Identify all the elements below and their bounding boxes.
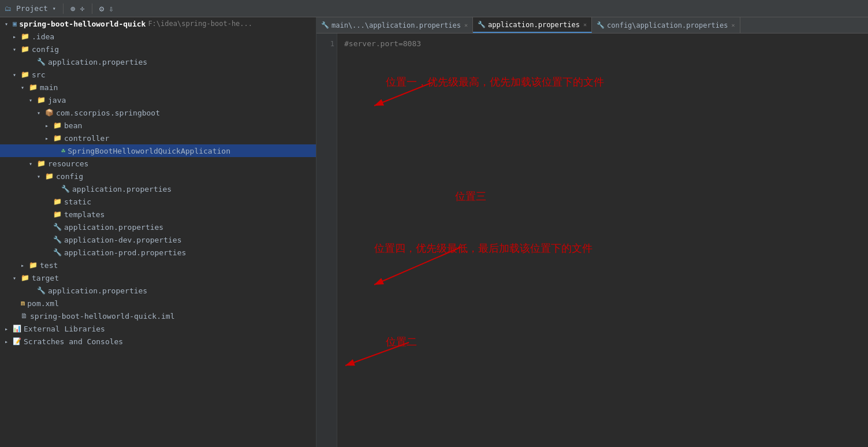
src-expand-icon[interactable] (13, 72, 21, 78)
properties-icon: 🔧 (37, 58, 46, 66)
java-folder-icon: 📁 (37, 96, 46, 104)
root-expand-icon[interactable] (5, 21, 13, 27)
controller-folder-icon: 📁 (53, 134, 62, 142)
spring-class-icon: ☘ (61, 147, 65, 155)
tree-item-external-libs[interactable]: 📊 External Libraries (0, 322, 316, 335)
collapse-icon[interactable]: ⇩ (109, 4, 113, 13)
tree-item-config-app-props[interactable]: 🔧 application.properties (0, 55, 316, 68)
main-content: ▣ spring-boot-helloworld-quick F:\idea\s… (0, 17, 868, 447)
package-expand-icon[interactable] (37, 110, 45, 116)
resources-expand-icon[interactable] (29, 161, 37, 167)
tree-item-package[interactable]: 📦 com.scorpios.springboot (0, 106, 316, 119)
test-folder-icon: 📁 (29, 261, 38, 269)
resources-config-app-props-label: application.properties (72, 185, 172, 193)
resources-config-label: config (56, 172, 83, 181)
idea-label: .idea (32, 32, 54, 41)
gear-icon[interactable]: ⚙ (99, 4, 104, 13)
add-icon[interactable]: ⊕ (70, 4, 75, 13)
scratches-icon: 📝 (13, 337, 21, 345)
tree-item-pom[interactable]: m pom.xml (0, 297, 316, 310)
main-expand-icon[interactable] (21, 84, 29, 91)
tree-item-main[interactable]: 📁 main (0, 81, 316, 94)
target-label: target (32, 274, 59, 282)
project-title[interactable]: Project (16, 4, 48, 13)
folder-icon: 📁 (21, 32, 29, 40)
res-app-props-label: application.properties (64, 223, 163, 232)
editor-content: 1 #server.port=8083 (316, 33, 868, 447)
tree-item-java[interactable]: 📁 java (0, 94, 316, 106)
tree-item-templates[interactable]: 📁 templates (0, 208, 316, 221)
app-prod-icon: 🔧 (53, 248, 62, 256)
bean-folder-icon: 📁 (53, 121, 62, 129)
tree-item-controller[interactable]: 📁 controller (0, 132, 316, 144)
resources-config-expand-icon[interactable] (37, 173, 45, 180)
root-path: F:\idea\spring-boot-he... (148, 20, 252, 28)
line-numbers: 1 (316, 33, 337, 447)
tab3-close[interactable]: ✕ (732, 22, 735, 28)
target-app-props-icon: 🔧 (37, 286, 46, 295)
tree-item-resources[interactable]: 📁 resources (0, 157, 316, 170)
line-number-1: 1 (316, 38, 334, 50)
right-panel: 🔧 main\...\application.properties ✕ 🔧 ap… (316, 17, 868, 447)
tree-item-res-app-props[interactable]: 🔧 application.properties (0, 221, 316, 233)
controller-label: controller (64, 134, 109, 143)
ext-libs-expand-icon[interactable] (5, 326, 13, 332)
tree-item-iml[interactable]: 🗎 spring-boot-helloworld-quick.iml (0, 310, 316, 322)
tree-item-resources-config-app-props[interactable]: 🔧 application.properties (0, 182, 316, 195)
templates-label: templates (64, 210, 105, 219)
test-expand-icon[interactable] (21, 262, 29, 269)
toolbar-divider (63, 3, 64, 14)
tab3-label: config\application.properties (607, 21, 728, 29)
tab-app-props[interactable]: 🔧 application.properties ✕ (473, 17, 592, 33)
config-app-props-label: application.properties (48, 58, 147, 66)
code-area[interactable]: #server.port=8083 (337, 33, 868, 447)
tab-main-app-props[interactable]: 🔧 main\...\application.properties ✕ (316, 17, 473, 33)
tree-item-idea[interactable]: 📁 .idea (0, 30, 316, 43)
tree-item-resources-config[interactable]: 📁 config (0, 170, 316, 182)
tab2-close[interactable]: ✕ (583, 21, 587, 28)
target-expand-icon[interactable] (13, 275, 21, 281)
tree-item-src[interactable]: 📁 src (0, 68, 316, 81)
tree-item-root-config[interactable]: 📁 config (0, 43, 316, 55)
test-label: test (40, 261, 58, 270)
templates-folder-icon: 📁 (53, 210, 62, 218)
tree-item-app-prod-props[interactable]: 🔧 application-prod.properties (0, 246, 316, 259)
resources-config-folder-icon: 📁 (45, 172, 54, 180)
toolbar-divider2 (92, 3, 92, 14)
tab2-label: application.properties (488, 21, 580, 29)
tree-item-app-dev-props[interactable]: 🔧 application-dev.properties (0, 233, 316, 246)
dropdown-arrow-icon[interactable]: ▾ (53, 5, 56, 12)
root-config-label: config (32, 45, 59, 54)
folder-icon2: 📁 (21, 45, 29, 53)
tree-root[interactable]: ▣ spring-boot-helloworld-quick F:\idea\s… (0, 17, 316, 30)
scratches-label: Scratches and Consoles (24, 337, 123, 346)
tab-config-app-props[interactable]: 🔧 config\application.properties ✕ (592, 17, 740, 33)
res-cfg-props-icon: 🔧 (61, 185, 70, 193)
controller-expand-icon[interactable] (45, 135, 53, 141)
bean-expand-icon[interactable] (45, 122, 53, 129)
ext-libs-label: External Libraries (24, 325, 105, 333)
module-icon: ▣ (13, 20, 17, 28)
scratches-expand-icon[interactable] (5, 338, 13, 345)
target-folder-icon: 📁 (21, 274, 29, 282)
ext-libs-icon: 📊 (13, 325, 21, 333)
tab1-close[interactable]: ✕ (464, 22, 468, 28)
tree-item-bean[interactable]: 📁 bean (0, 119, 316, 132)
tree-item-target[interactable]: 📁 target (0, 271, 316, 284)
tab2-icon: 🔧 (478, 21, 486, 28)
root-config-expand-icon[interactable] (13, 46, 21, 53)
tree-item-test[interactable]: 📁 test (0, 259, 316, 271)
tree-item-static[interactable]: 📁 static (0, 195, 316, 208)
resources-label: resources (48, 159, 88, 168)
tree-item-scratches[interactable]: 📝 Scratches and Consoles (0, 335, 316, 348)
main-folder-icon: 📁 (29, 83, 38, 91)
java-label: java (48, 96, 66, 105)
idea-expand-icon[interactable] (13, 33, 21, 40)
java-expand-icon[interactable] (29, 97, 37, 103)
divide-icon[interactable]: ÷ (80, 4, 84, 13)
tree-item-target-app-props[interactable]: 🔧 application.properties (0, 284, 316, 297)
project-sidebar: ▣ spring-boot-helloworld-quick F:\idea\s… (0, 17, 316, 447)
tree-item-main-class[interactable]: ☘ SpringBootHelloworldQuickApplication (0, 144, 316, 157)
main-label: main (40, 83, 58, 92)
pom-icon: m (21, 299, 25, 307)
